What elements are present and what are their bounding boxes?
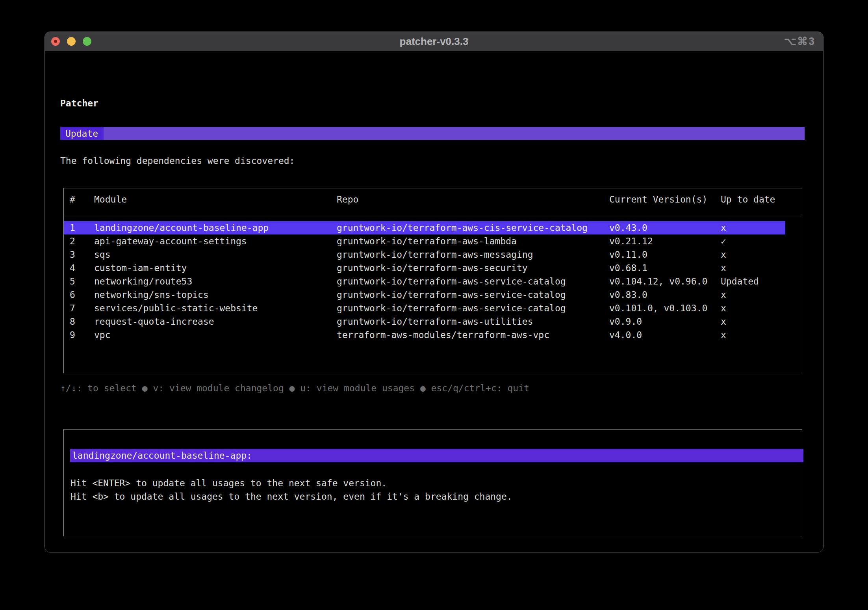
detail-instruction-line1: Hit <ENTER> to update all usages to the … (70, 478, 387, 488)
terminal-content: Patcher Update The following dependencie… (45, 51, 823, 552)
cell-repo: terraform-aws-modules/terraform-aws-vpc (337, 330, 609, 340)
table-body: 1 landingzone/account-baseline-app grunt… (64, 221, 802, 342)
module-detail-panel: landingzone/account-baseline-app: Hit <E… (63, 429, 802, 536)
table-row[interactable]: 6 networking/sns-topics gruntwork-io/ter… (64, 288, 785, 301)
cell-versions: v0.68.1 (609, 263, 721, 273)
table-header: # Module Repo Current Version(s) Up to d… (64, 188, 802, 215)
cell-versions: v0.21.12 (609, 236, 721, 246)
table-row[interactable]: 2 api-gateway-account-settings gruntwork… (64, 234, 785, 248)
cell-num: 4 (70, 263, 94, 273)
app-heading: Patcher (60, 98, 98, 108)
dependencies-table: # Module Repo Current Version(s) Up to d… (63, 188, 802, 373)
cell-repo: gruntwork-io/terraform-aws-lambda (337, 236, 609, 246)
zoom-button[interactable] (83, 37, 91, 46)
intro-text: The following dependencies were discover… (60, 156, 295, 166)
cell-versions: v0.104.12, v0.96.0 (609, 276, 721, 286)
cell-status: x (721, 330, 785, 340)
detail-instruction-line2: Hit <b> to update all usages to the next… (70, 491, 512, 502)
cell-status: Updated (721, 276, 785, 286)
cell-module: request-quota-increase (94, 316, 337, 327)
tab-update[interactable]: Update (60, 127, 104, 140)
traffic-lights (51, 37, 91, 46)
cell-versions: v0.43.0 (609, 223, 721, 233)
cell-status: x (721, 316, 785, 327)
cell-status: ✓ (721, 236, 785, 246)
cell-module: vpc (94, 330, 337, 340)
cell-status: x (721, 303, 785, 313)
col-header-module: Module (94, 194, 337, 205)
minimize-button[interactable] (67, 37, 76, 46)
cell-num: 1 (70, 223, 94, 233)
table-row[interactable]: 8 request-quota-increase gruntwork-io/te… (64, 315, 785, 328)
cell-num: 8 (70, 316, 94, 327)
table-row[interactable]: 4 custom-iam-entity gruntwork-io/terrafo… (64, 261, 785, 275)
cell-num: 6 (70, 290, 94, 300)
selected-module-title: landingzone/account-baseline-app: (70, 449, 803, 462)
cell-module: sqs (94, 249, 337, 260)
cell-num: 2 (70, 236, 94, 246)
keybinding-help: ↑/↓: to select ● v: view module changelo… (60, 383, 529, 393)
cell-versions: v0.101.0, v0.103.0 (609, 303, 721, 313)
cell-versions: v0.83.0 (609, 290, 721, 300)
cell-repo: gruntwork-io/terraform-aws-cis-service-c… (337, 223, 609, 233)
cell-status: x (721, 290, 785, 300)
cell-module: api-gateway-account-settings (94, 236, 337, 246)
table-row[interactable]: 1 landingzone/account-baseline-app grunt… (64, 221, 785, 234)
table-row[interactable]: 3 sqs gruntwork-io/terraform-aws-messagi… (64, 248, 785, 261)
cell-module: networking/sns-topics (94, 290, 337, 300)
cell-status: x (721, 263, 785, 273)
col-header-versions: Current Version(s) (609, 194, 721, 205)
cell-versions: v4.0.0 (609, 330, 721, 340)
table-row[interactable]: 7 services/public-static-website gruntwo… (64, 301, 785, 315)
cell-module: landingzone/account-baseline-app (94, 223, 337, 233)
col-header-num: # (70, 194, 94, 205)
window-titlebar[interactable]: patcher-v0.3.3 ⌥⌘3 (45, 32, 823, 51)
cell-repo: gruntwork-io/terraform-aws-security (337, 263, 609, 273)
tab-shortcut-hint: ⌥⌘3 (784, 35, 815, 48)
cell-num: 9 (70, 330, 94, 340)
cell-repo: gruntwork-io/terraform-aws-utilities (337, 316, 609, 327)
cell-module: custom-iam-entity (94, 263, 337, 273)
desktop-background: patcher-v0.3.3 ⌥⌘3 Patcher Update The fo… (0, 0, 868, 610)
cell-module: services/public-static-website (94, 303, 337, 313)
close-button[interactable] (51, 37, 60, 46)
cell-status: x (721, 223, 785, 233)
cell-versions: v0.9.0 (609, 316, 721, 327)
cell-num: 5 (70, 276, 94, 286)
col-header-repo: Repo (337, 194, 609, 205)
cell-repo: gruntwork-io/terraform-aws-service-catal… (337, 290, 609, 300)
cell-repo: gruntwork-io/terraform-aws-service-catal… (337, 276, 609, 286)
terminal-window: patcher-v0.3.3 ⌥⌘3 Patcher Update The fo… (45, 32, 823, 552)
cell-repo: gruntwork-io/terraform-aws-messaging (337, 249, 609, 260)
cell-versions: v0.11.0 (609, 249, 721, 260)
cell-repo: gruntwork-io/terraform-aws-service-catal… (337, 303, 609, 313)
table-row[interactable]: 5 networking/route53 gruntwork-io/terraf… (64, 275, 785, 288)
cell-num: 7 (70, 303, 94, 313)
tab-bar: Update (60, 127, 805, 140)
cell-module: networking/route53 (94, 276, 337, 286)
cell-status: x (721, 249, 785, 260)
cell-num: 3 (70, 249, 94, 260)
detail-instructions: Hit <ENTER> to update all usages to the … (70, 476, 512, 503)
window-title: patcher-v0.3.3 (400, 35, 469, 48)
table-row[interactable]: 9 vpc terraform-aws-modules/terraform-aw… (64, 328, 785, 342)
col-header-status: Up to date (721, 194, 785, 205)
